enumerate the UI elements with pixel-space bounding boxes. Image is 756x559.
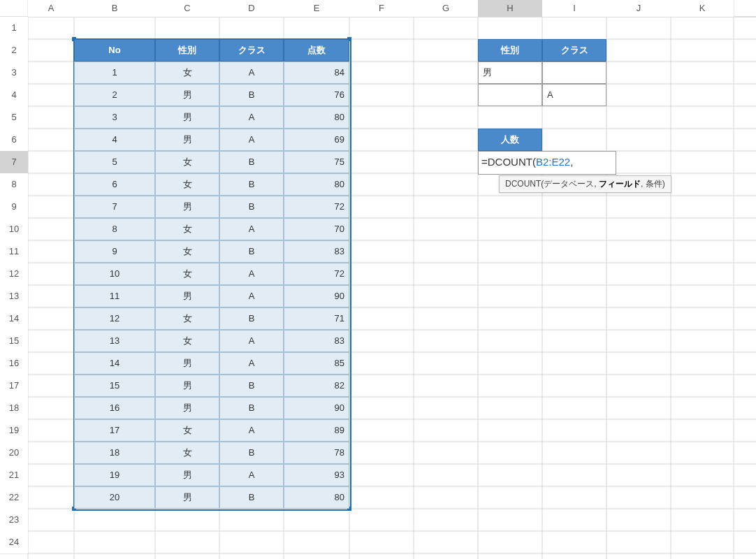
table-cell[interactable]: 16 xyxy=(74,397,155,419)
row-header-18[interactable]: 18 xyxy=(0,397,28,419)
table-cell[interactable]: 80 xyxy=(284,106,349,129)
table-cell[interactable]: 男 xyxy=(155,397,219,419)
row-header-10[interactable]: 10 xyxy=(0,218,28,240)
column-header-J[interactable]: J xyxy=(606,0,671,17)
table-header[interactable]: 性別 xyxy=(155,39,219,61)
column-header-B[interactable]: B xyxy=(74,0,155,17)
row-header-13[interactable]: 13 xyxy=(0,285,28,307)
row-header-7[interactable]: 7 xyxy=(0,151,28,173)
row-header-22[interactable]: 22 xyxy=(0,486,28,509)
table-cell[interactable]: 5 xyxy=(74,151,155,173)
criteria-cell[interactable]: A xyxy=(542,84,606,106)
table-cell[interactable]: A xyxy=(219,330,284,352)
table-cell[interactable]: A xyxy=(219,263,284,285)
table-cell[interactable]: 6 xyxy=(74,173,155,196)
table-cell[interactable]: A xyxy=(219,218,284,240)
table-cell[interactable]: A xyxy=(219,352,284,375)
table-cell[interactable]: 83 xyxy=(284,330,349,352)
table-cell[interactable]: 76 xyxy=(284,84,349,106)
table-cell[interactable]: 男 xyxy=(155,84,219,106)
table-cell[interactable]: 20 xyxy=(74,486,155,509)
table-header[interactable]: No xyxy=(74,39,155,61)
row-header-21[interactable]: 21 xyxy=(0,464,28,486)
table-cell[interactable]: B xyxy=(219,442,284,464)
table-cell[interactable]: 84 xyxy=(284,61,349,84)
row-header-19[interactable]: 19 xyxy=(0,419,28,442)
criteria-header[interactable]: 性別 xyxy=(478,39,542,61)
row-header-24[interactable]: 24 xyxy=(0,531,28,553)
table-cell[interactable]: 90 xyxy=(284,397,349,419)
criteria-cell[interactable]: 男 xyxy=(478,61,542,84)
row-header-15[interactable]: 15 xyxy=(0,330,28,352)
column-header-I[interactable]: I xyxy=(542,0,606,17)
table-cell[interactable]: 女 xyxy=(155,263,219,285)
table-cell[interactable]: 17 xyxy=(74,419,155,442)
table-cell[interactable]: 男 xyxy=(155,285,219,307)
table-cell[interactable]: 男 xyxy=(155,375,219,397)
row-header-14[interactable]: 14 xyxy=(0,307,28,330)
table-cell[interactable]: B xyxy=(219,375,284,397)
table-cell[interactable]: 女 xyxy=(155,419,219,442)
table-cell[interactable]: 72 xyxy=(284,263,349,285)
table-cell[interactable]: 女 xyxy=(155,442,219,464)
table-cell[interactable]: 10 xyxy=(74,263,155,285)
row-header-3[interactable]: 3 xyxy=(0,61,28,84)
table-cell[interactable]: 1 xyxy=(74,61,155,84)
table-cell[interactable]: 80 xyxy=(284,173,349,196)
count-header[interactable]: 人数 xyxy=(478,129,542,151)
table-cell[interactable]: B xyxy=(219,307,284,330)
table-cell[interactable]: 11 xyxy=(74,285,155,307)
table-cell[interactable]: B xyxy=(219,151,284,173)
table-header[interactable]: 点数 xyxy=(284,39,349,61)
column-header-F[interactable]: F xyxy=(349,0,414,17)
table-cell[interactable]: 女 xyxy=(155,61,219,84)
criteria-header[interactable]: クラス xyxy=(542,39,606,61)
table-cell[interactable]: 83 xyxy=(284,240,349,263)
table-cell[interactable]: 3 xyxy=(74,106,155,129)
table-cell[interactable]: 女 xyxy=(155,173,219,196)
table-cell[interactable]: A xyxy=(219,106,284,129)
row-header-2[interactable]: 2 xyxy=(0,39,28,61)
table-header[interactable]: クラス xyxy=(219,39,284,61)
table-cell[interactable]: 70 xyxy=(284,218,349,240)
table-cell[interactable]: 男 xyxy=(155,196,219,218)
criteria-cell[interactable] xyxy=(542,61,606,84)
table-cell[interactable]: 19 xyxy=(74,464,155,486)
table-cell[interactable]: 72 xyxy=(284,196,349,218)
table-cell[interactable]: A xyxy=(219,61,284,84)
table-cell[interactable]: 71 xyxy=(284,307,349,330)
table-cell[interactable]: 78 xyxy=(284,442,349,464)
row-header-4[interactable]: 4 xyxy=(0,84,28,106)
table-cell[interactable]: 80 xyxy=(284,486,349,509)
table-cell[interactable]: 男 xyxy=(155,486,219,509)
table-cell[interactable]: B xyxy=(219,486,284,509)
row-header-5[interactable]: 5 xyxy=(0,106,28,129)
column-header-C[interactable]: C xyxy=(155,0,219,17)
spreadsheet[interactable]: =DCOUNT(B2:E22, DCOUNT(データベース, フィールド, 条件… xyxy=(0,0,756,559)
table-cell[interactable]: 男 xyxy=(155,464,219,486)
table-cell[interactable]: B xyxy=(219,397,284,419)
table-cell[interactable]: 女 xyxy=(155,218,219,240)
table-cell[interactable]: 15 xyxy=(74,375,155,397)
table-cell[interactable]: 女 xyxy=(155,307,219,330)
table-cell[interactable]: 2 xyxy=(74,84,155,106)
table-cell[interactable]: B xyxy=(219,240,284,263)
table-cell[interactable]: 75 xyxy=(284,151,349,173)
table-cell[interactable]: B xyxy=(219,84,284,106)
table-cell[interactable]: A xyxy=(219,464,284,486)
table-cell[interactable]: 13 xyxy=(74,330,155,352)
row-header-17[interactable]: 17 xyxy=(0,375,28,397)
row-header-11[interactable]: 11 xyxy=(0,240,28,263)
table-cell[interactable]: 12 xyxy=(74,307,155,330)
table-cell[interactable]: B xyxy=(219,196,284,218)
row-header-23[interactable]: 23 xyxy=(0,509,28,531)
column-header-A[interactable]: A xyxy=(28,0,74,17)
table-cell[interactable]: A xyxy=(219,419,284,442)
table-cell[interactable]: 93 xyxy=(284,464,349,486)
table-cell[interactable]: B xyxy=(219,173,284,196)
table-cell[interactable]: 4 xyxy=(74,129,155,151)
row-header-16[interactable]: 16 xyxy=(0,352,28,375)
table-cell[interactable]: 男 xyxy=(155,106,219,129)
table-cell[interactable]: 9 xyxy=(74,240,155,263)
table-cell[interactable]: 18 xyxy=(74,442,155,464)
